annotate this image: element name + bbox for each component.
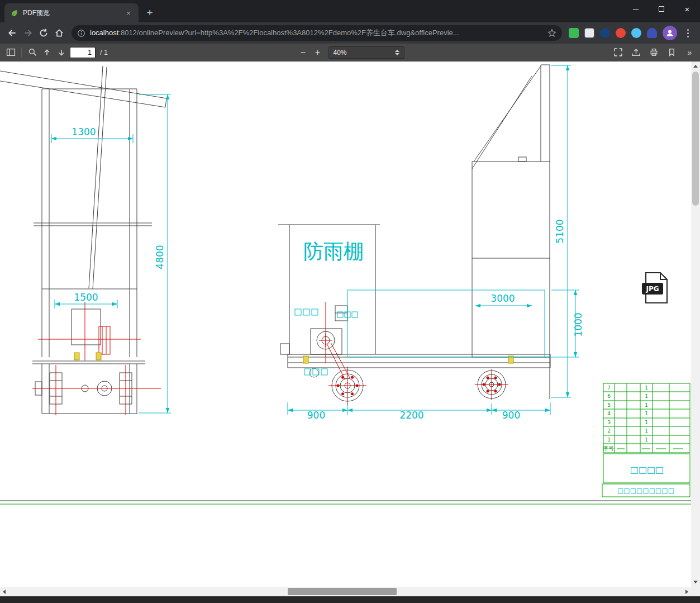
title-block: 7 6 5 4 3 2 1 1 1 1 1 1 1 1 序号 □□□□ □□□□… — [602, 383, 690, 497]
page-info-icon[interactable] — [77, 29, 85, 37]
window-controls: × — [623, 0, 700, 18]
bookmark-button[interactable] — [664, 45, 679, 60]
bom-qty: 1 — [645, 385, 648, 391]
footer-placeholder-boxes: □□□□□□□□□ — [617, 487, 674, 495]
dim-4800-label: 4800 — [154, 245, 165, 269]
new-tab-button[interactable]: + — [142, 5, 158, 21]
dim-1300-label: 1300 — [72, 126, 96, 137]
bom-row-no: 5 — [607, 402, 611, 408]
window-bottom-edge — [0, 596, 700, 603]
front-view: 1300 4800 1500 — [0, 66, 171, 415]
extension-icon-shield[interactable] — [647, 28, 657, 38]
window-close-button[interactable]: × — [674, 0, 700, 18]
zoom-select[interactable]: 40% — [328, 46, 404, 59]
browser-menu-button[interactable] — [683, 27, 693, 40]
dim-900-left-label: 900 — [307, 410, 325, 421]
extensions-area — [566, 26, 696, 40]
bom-seq-header: 序号 — [603, 445, 614, 452]
extension-icon-cloud[interactable] — [631, 28, 641, 38]
home-button[interactable] — [51, 25, 67, 41]
maximize-icon — [659, 6, 664, 12]
browser-tab[interactable]: PDF预览 × — [4, 3, 139, 22]
scrollbar-corner — [691, 587, 700, 596]
dim-2200-label: 2200 — [399, 410, 423, 421]
arrow-up-icon — [42, 48, 51, 57]
vertical-scrollbar[interactable] — [691, 61, 700, 587]
scroll-right-arrow-icon[interactable] — [685, 590, 688, 594]
scroll-up-arrow-icon[interactable] — [693, 65, 698, 68]
address-bar[interactable]: localhost:8012/onlinePreview?url=http%3A… — [72, 25, 562, 41]
forward-icon — [23, 28, 33, 38]
back-icon — [7, 28, 17, 38]
more-tools-button[interactable]: » — [682, 45, 697, 60]
search-icon — [28, 48, 37, 57]
search-button[interactable] — [25, 45, 40, 60]
bookmark-star-icon[interactable] — [547, 29, 556, 37]
zoom-controls: − + 40% — [296, 44, 404, 61]
scroll-down-arrow-icon[interactable] — [693, 581, 698, 583]
page-number-input[interactable] — [70, 47, 96, 58]
sidebar-toggle-button[interactable] — [3, 45, 18, 60]
close-icon: × — [685, 5, 690, 13]
sidebar-icon — [6, 48, 16, 57]
next-page-button[interactable] — [54, 45, 69, 60]
bom-row-no: 2 — [607, 428, 611, 434]
reload-button[interactable] — [36, 25, 51, 41]
home-icon — [54, 28, 64, 38]
extension-icon-3[interactable] — [600, 28, 610, 38]
cad-drawing: 1300 4800 1500 — [0, 61, 691, 587]
side-view: 防雨棚 3000 1000 5100 900 2200 900 — [278, 65, 584, 421]
profile-avatar[interactable] — [663, 26, 677, 40]
url-host: localhost — [90, 29, 118, 37]
dim-1500-label: 1500 — [74, 292, 98, 303]
page-count-label: / 1 — [100, 49, 108, 56]
bom-qty: 1 — [645, 437, 648, 443]
zoom-out-button[interactable]: − — [296, 45, 311, 60]
pdf-page: 1300 4800 1500 — [0, 61, 691, 587]
zoom-in-button[interactable]: + — [311, 45, 325, 60]
reload-icon — [39, 28, 49, 38]
person-icon — [665, 29, 674, 37]
open-file-button[interactable] — [628, 45, 643, 60]
bom-row-no: 3 — [607, 420, 611, 425]
window-minimize-button[interactable] — [623, 0, 649, 18]
print-icon — [649, 48, 659, 57]
back-button[interactable] — [4, 25, 20, 41]
url-text: localhost:8012/onlinePreview?url=http%3A… — [90, 28, 543, 38]
scroll-left-arrow-icon[interactable] — [3, 590, 6, 594]
vertical-scroll-thumb[interactable] — [692, 72, 699, 206]
bom-row-no: 1 — [607, 437, 611, 443]
bom-qty: 1 — [645, 428, 648, 434]
browser-window: PDF预览 × + × — [0, 0, 700, 603]
toolbar-divider — [21, 48, 22, 58]
previous-page-button[interactable] — [40, 45, 54, 60]
rain-shed-label: 防雨棚 — [303, 240, 364, 263]
bom-qty: 1 — [645, 420, 648, 425]
open-file-icon — [631, 48, 641, 57]
jpg-badge-label: JPG — [645, 285, 659, 293]
horizontal-scrollbar[interactable] — [0, 587, 691, 596]
forward-button[interactable] — [20, 25, 36, 41]
bom-qty: 1 — [645, 402, 648, 408]
dim-3000-label: 3000 — [491, 293, 515, 304]
tab-close-button[interactable]: × — [124, 8, 133, 17]
fullscreen-icon — [613, 48, 623, 57]
extension-icon-translate[interactable] — [584, 28, 594, 38]
dim-900-right-label: 900 — [502, 410, 520, 421]
bom-qty: 1 — [645, 411, 648, 416]
tab-title: PDF预览 — [23, 8, 120, 18]
bookmark-icon — [667, 48, 677, 57]
bom-row-no: 6 — [607, 393, 611, 399]
dim-1000-label: 1000 — [573, 312, 584, 336]
extension-icon-4[interactable] — [616, 28, 626, 38]
minimize-icon — [633, 9, 639, 10]
window-maximize-button[interactable] — [649, 0, 674, 18]
horizontal-scroll-thumb[interactable] — [288, 588, 397, 595]
presentation-mode-button[interactable] — [611, 45, 625, 60]
url-path: :8012/onlinePreview?url=http%3A%2F%2Floc… — [118, 29, 459, 37]
bom-qty: 1 — [645, 393, 648, 399]
pdf-toolbar-right: » — [611, 45, 697, 60]
navigation-bar: localhost:8012/onlinePreview?url=http%3A… — [0, 22, 700, 44]
extension-icon-1[interactable] — [569, 28, 579, 38]
print-button[interactable] — [646, 45, 661, 60]
